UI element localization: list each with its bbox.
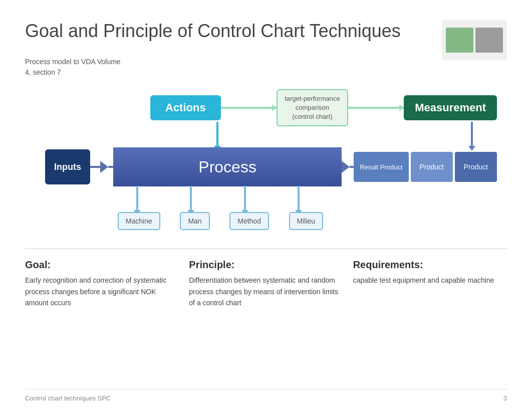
down-arrow-machine	[136, 186, 138, 211]
main-row: Inputs Process Result Product Product Pr…	[45, 147, 497, 187]
footer-page: 3	[503, 394, 507, 402]
requirements-text: capable test equipment and capable machi…	[353, 275, 507, 286]
actions-down-connector	[216, 122, 218, 147]
arrow-line-1	[221, 107, 277, 109]
process-model-label: Process model to VDA Volume 4, section 7	[25, 57, 125, 78]
inputs-box: Inputs	[45, 149, 90, 184]
slide: Goal and Principle of Control Chart Tech…	[0, 0, 532, 412]
actions-box: Actions	[150, 95, 221, 120]
measurement-down-connector	[471, 122, 473, 147]
principle-text: Differentiation between systematic and r…	[189, 275, 343, 308]
goal-col: Goal: Early recognition and correction o…	[25, 259, 179, 308]
input-connector-1	[90, 166, 100, 168]
output-arrow-head	[342, 161, 350, 173]
bottom-connectors	[110, 186, 326, 211]
method-box: Method	[229, 212, 269, 230]
arrow-line-2	[348, 107, 404, 109]
principle-heading: Principle:	[189, 259, 343, 271]
info-section: Goal: Early recognition and correction o…	[25, 248, 507, 308]
requirements-heading: Requirements:	[353, 259, 507, 271]
result-product-box: Result Product	[354, 152, 408, 182]
measurement-box: Measurement	[404, 95, 497, 120]
logo-block-2	[475, 28, 503, 53]
down-arrow-method	[244, 186, 246, 211]
logo-block-1	[446, 28, 473, 53]
man-box: Man	[180, 212, 209, 230]
machine-box: Machine	[118, 212, 160, 230]
slide-title: Goal and Principle of Control Chart Tech…	[25, 20, 507, 42]
process-box: Process	[113, 147, 342, 186]
logo	[442, 20, 507, 60]
principle-col: Principle: Differentiation between syste…	[189, 259, 343, 308]
product-box-2: Product	[455, 152, 497, 182]
output-connector	[350, 166, 354, 168]
down-arrow-milieu	[298, 186, 300, 211]
bottom-row: Machine Man Method Milieu	[110, 212, 331, 230]
input-arrow-head	[100, 161, 108, 173]
target-box: target-performance comparison (control c…	[277, 89, 348, 127]
flow-row: Actions target-performance comparison (c…	[150, 93, 497, 123]
milieu-box: Milieu	[289, 212, 324, 230]
slide-footer: Control chart techniques SPC 3	[25, 389, 507, 402]
footer-text: Control chart techniques SPC	[25, 394, 111, 402]
product-box-1: Product	[411, 152, 453, 182]
goal-text: Early recognition and correction of syst…	[25, 275, 179, 308]
input-connector-2	[108, 166, 113, 168]
down-arrow-man	[190, 186, 192, 211]
requirements-col: Requirements: capable test equipment and…	[353, 259, 507, 308]
goal-heading: Goal:	[25, 259, 179, 271]
diagram: Actions target-performance comparison (c…	[25, 88, 507, 233]
